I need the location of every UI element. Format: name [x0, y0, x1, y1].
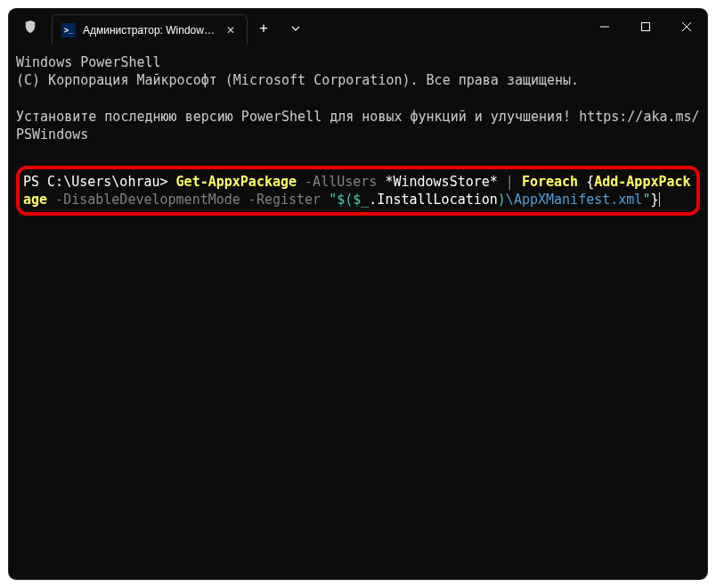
property: .InstallLocation	[369, 192, 498, 208]
output-line: (C) Корпорация Майкрософт (Microsoft Cor…	[16, 71, 700, 89]
cmdlet: Get-AppxPackage	[176, 174, 297, 190]
tab-active[interactable]: >_ Администратор: Windows Pc ✕	[52, 14, 248, 45]
brace: {	[578, 174, 594, 190]
param: -DisableDevelopmentMode -Register	[47, 192, 329, 208]
powershell-icon: >_	[61, 23, 76, 37]
shield-app-icon	[9, 9, 52, 45]
manifest-path: \AppXManifest.xml	[506, 192, 643, 208]
minimize-button[interactable]	[584, 9, 625, 45]
brace: }	[650, 192, 658, 208]
output-line: Windows PowerShell	[16, 53, 700, 71]
cursor	[659, 192, 660, 207]
tab-dropdown-button[interactable]	[280, 12, 312, 45]
param: -AllUsers	[297, 174, 385, 190]
variable: $_	[353, 192, 369, 208]
terminal-body[interactable]: Windows PowerShell (C) Корпорация Майкро…	[9, 45, 707, 225]
cmdlet: Foreach	[522, 174, 578, 190]
close-window-button[interactable]	[666, 9, 707, 45]
output-line	[16, 90, 700, 108]
output-line	[16, 143, 700, 161]
svg-rect-1	[642, 23, 650, 31]
terminal-window: >_ Администратор: Windows Pc ✕ + Windows…	[9, 9, 707, 579]
prompt-text: PS C:\Users\ohrau>	[23, 174, 176, 190]
pipe: |	[498, 174, 522, 190]
maximize-button[interactable]	[625, 9, 666, 45]
new-tab-button[interactable]: +	[248, 12, 280, 45]
command-highlight: PS C:\Users\ohrau> Get-AppxPackage -AllU…	[16, 166, 700, 216]
tab-title: Администратор: Windows Pc	[83, 24, 216, 37]
close-tab-icon[interactable]: ✕	[224, 23, 238, 37]
window-controls	[584, 9, 707, 45]
string-open: "$(	[329, 192, 353, 208]
paren-close: )	[498, 192, 506, 208]
command-line: PS C:\Users\ohrau> Get-AppxPackage -AllU…	[23, 173, 693, 209]
titlebar: >_ Администратор: Windows Pc ✕ +	[9, 9, 707, 45]
filter-arg: *WindowsStore*	[385, 174, 497, 190]
output-line: Установите последнюю версию PowerShell д…	[16, 108, 700, 144]
